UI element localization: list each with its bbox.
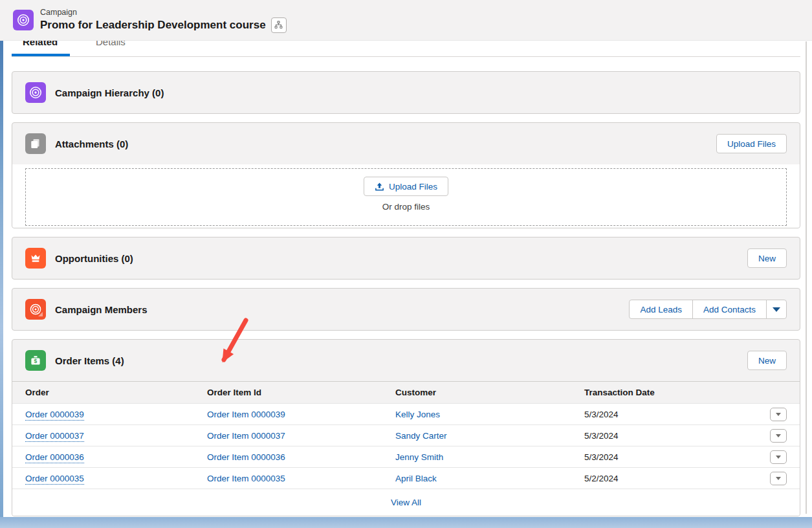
order-link[interactable]: Order 0000035 xyxy=(25,474,84,485)
customer-link[interactable]: Sandy Carter xyxy=(395,431,447,441)
view-hierarchy-button[interactable] xyxy=(271,17,287,33)
transaction-date: 5/3/2024 xyxy=(584,431,619,441)
add-contacts-button[interactable]: Add Contacts xyxy=(692,300,767,319)
salesforce-campaign-record-page: Campaign Promo for Leadership Developmen… xyxy=(0,0,812,528)
transaction-date: 5/2/2024 xyxy=(584,474,619,483)
view-all-link[interactable]: View All xyxy=(391,498,421,507)
opportunities-icon xyxy=(25,248,46,269)
add-leads-button[interactable]: Add Leads xyxy=(629,300,693,319)
table-row: Order 0000036Order Item 0000036Jenny Smi… xyxy=(12,446,800,467)
dropdown-icon xyxy=(776,434,781,437)
campaign-members-more-actions-button[interactable] xyxy=(766,300,787,319)
hierarchy-icon xyxy=(274,21,283,29)
column-header-customer[interactable]: Customer xyxy=(395,388,584,397)
campaign-hierarchy-card: Campaign Hierarchy (0) xyxy=(12,71,800,114)
row-actions-button[interactable] xyxy=(770,408,787,421)
tab-details[interactable]: Details xyxy=(96,41,126,47)
order-items-body: Order 0000039Order Item 0000039Kelly Jon… xyxy=(12,403,800,489)
opportunities-card: Opportunities (0) New xyxy=(12,237,800,280)
order-items-header-row: OrderOrder Item IdCustomerTransaction Da… xyxy=(12,382,800,403)
campaign-icon xyxy=(13,10,34,30)
order-items-icon: $ xyxy=(25,350,46,371)
entity-label: Campaign xyxy=(40,8,287,17)
column-header-order-item-id[interactable]: Order Item Id xyxy=(207,388,395,397)
tab-related[interactable]: Related xyxy=(23,41,58,47)
dropdown-icon xyxy=(776,477,781,480)
attachments-icon xyxy=(25,133,46,154)
order-link[interactable]: Order 0000036 xyxy=(25,452,84,463)
row-actions-button[interactable] xyxy=(770,450,787,464)
upload-icon xyxy=(375,182,384,192)
drop-files-hint: Or drop files xyxy=(382,202,430,212)
table-row: Order 0000037Order Item 0000037Sandy Car… xyxy=(12,424,800,446)
attachments-card: Attachments (0) Upload Files Upload xyxy=(12,122,800,228)
order-items-title: Order Items (4) xyxy=(55,355,124,366)
campaign-members-icon xyxy=(25,299,46,320)
row-actions-button[interactable] xyxy=(770,429,787,443)
active-tab-indicator xyxy=(12,54,70,56)
chevron-down-icon xyxy=(773,307,780,312)
column-header-transaction-date[interactable]: Transaction Date xyxy=(584,388,740,397)
campaign-hierarchy-icon xyxy=(25,82,46,103)
related-lists: Campaign Hierarchy (0) Attachments (0) U… xyxy=(12,71,800,516)
upload-files-button[interactable]: Upload Files xyxy=(716,134,787,153)
page-title: Promo for Leadership Development course xyxy=(40,18,266,32)
scrollbar-track[interactable] xyxy=(806,41,807,514)
column-header-order[interactable]: Order xyxy=(25,388,207,397)
campaign-members-card: Campaign Members Add Leads Add Contacts xyxy=(12,288,800,331)
order-item-id-link[interactable]: Order Item 0000039 xyxy=(207,410,285,419)
order-items-table: OrderOrder Item IdCustomerTransaction Da… xyxy=(12,381,800,516)
svg-text:$: $ xyxy=(34,358,38,364)
customer-link[interactable]: Kelly Jones xyxy=(395,410,440,419)
dropzone-upload-files-button[interactable]: Upload Files xyxy=(364,177,448,196)
order-item-id-link[interactable]: Order Item 0000037 xyxy=(207,431,285,441)
desktop-background-left xyxy=(0,41,3,517)
transaction-date: 5/3/2024 xyxy=(584,452,619,462)
table-row: Order 0000035Order Item 0000035April Bla… xyxy=(12,467,800,489)
transaction-date: 5/3/2024 xyxy=(584,410,619,419)
campaign-members-title: Campaign Members xyxy=(55,304,148,315)
record-header: Campaign Promo for Leadership Developmen… xyxy=(0,0,812,41)
dropdown-icon xyxy=(776,456,781,459)
table-row: Order 0000039Order Item 0000039Kelly Jon… xyxy=(12,403,800,424)
customer-link[interactable]: April Black xyxy=(395,474,437,483)
order-item-id-link[interactable]: Order Item 0000036 xyxy=(207,452,285,462)
order-link[interactable]: Order 0000037 xyxy=(25,431,84,442)
attachments-title: Attachments (0) xyxy=(55,138,128,149)
opportunities-title: Opportunities (0) xyxy=(55,253,133,264)
order-item-id-link[interactable]: Order Item 0000035 xyxy=(207,474,285,483)
order-items-card: $ Order Items (4) New OrderOrder Item Id… xyxy=(12,339,800,516)
dropdown-icon xyxy=(776,413,781,416)
row-actions-button[interactable] xyxy=(770,472,787,485)
file-dropzone[interactable]: Upload Files Or drop files xyxy=(25,168,787,226)
record-tabs: Related Details xyxy=(12,41,800,57)
campaign-hierarchy-title: Campaign Hierarchy (0) xyxy=(55,87,164,98)
order-link[interactable]: Order 0000039 xyxy=(25,410,84,421)
order-items-new-button[interactable]: New xyxy=(747,351,787,370)
customer-link[interactable]: Jenny Smith xyxy=(395,452,443,462)
desktop-background-bottom xyxy=(0,517,812,528)
opportunities-new-button[interactable]: New xyxy=(747,248,787,268)
